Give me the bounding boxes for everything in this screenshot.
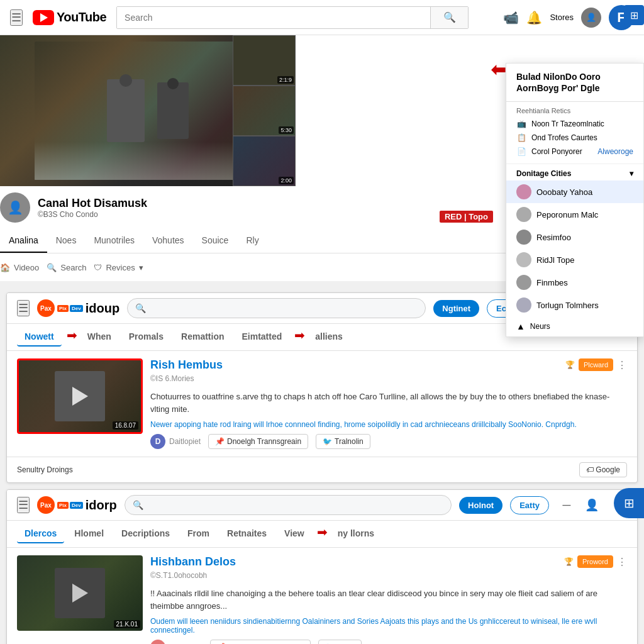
thumb-time-2: 5:30 (279, 126, 294, 134)
tab-souice[interactable]: Souice (193, 229, 238, 253)
reddit-hamburger-2[interactable]: ☰ (17, 497, 30, 513)
red-arrow-2: ➡ (317, 525, 328, 543)
subnav2-hlomel[interactable]: Hlomel (67, 525, 111, 543)
menu-icon[interactable]: ☰ (10, 9, 23, 26)
rec-text-2: Ond Trofes Caurtes (531, 133, 597, 142)
subnav-nowett[interactable]: Nowett (17, 328, 62, 347)
reddit-search-input-1[interactable] (150, 304, 418, 313)
footer-btn-1[interactable]: 🏷 Google (579, 462, 627, 477)
minimize-icon-2[interactable]: ─ (557, 495, 577, 515)
reddit-btn2-2[interactable]: Eatty (510, 496, 549, 514)
toolbar-reviews[interactable]: 🛡 Revices ▾ (94, 263, 143, 272)
reddit-panel1-footer: Senultry Droings 🏷 Google (7, 457, 637, 482)
reddit-logo-1: Pax Pix Dev idoup (37, 299, 119, 317)
blue-circle-button[interactable]: ⊞ (614, 488, 644, 518)
user-item-6[interactable]: Torlugn Tolmhers (506, 294, 643, 316)
tab-munotriles[interactable]: Munotriles (85, 229, 143, 253)
toolbar-videos[interactable]: 🏠 Videoo (0, 263, 39, 272)
youtube-logo[interactable]: YouTube (33, 10, 106, 25)
subnav-when[interactable]: When (80, 328, 119, 347)
blue-btn-icon: ⊞ (624, 496, 635, 511)
thumb-2[interactable]: 5:30 (233, 86, 296, 136)
award-btn-2[interactable]: Proword (577, 555, 613, 568)
subnav-promals[interactable]: Promals (121, 328, 171, 347)
reddit-logo-2: Pax Pix Dev idorp (37, 496, 117, 514)
share-btn2-1[interactable]: 🐦 Tralnolin (316, 434, 370, 449)
dropdown-rec-2[interactable]: 📋 Ond Trofes Caurtes (516, 131, 633, 145)
thumb-1[interactable]: 2:1:9 (233, 35, 296, 86)
reddit-search-2: 🔍 (125, 495, 452, 515)
channel-hero: 8SK.Y.S9T 2:1:9 5:30 2:00 (0, 35, 296, 186)
post-body-2: !! Aaacinals rlldil line chanoiging a th… (150, 587, 627, 612)
dropdown-rec-1[interactable]: 📺 Noon Tr Tazeomlnatic (516, 117, 633, 131)
share-btn2-2[interactable]: 🐦 Colto (318, 640, 362, 644)
post-author-2: D Doerobae (150, 640, 203, 644)
dev-badge-1: Dev (70, 305, 83, 312)
post-title-2[interactable]: Hishbann Delos (150, 555, 236, 569)
user-item-1[interactable]: Ooobaty Yahoa (506, 180, 643, 203)
thumb-time-3: 2:00 (279, 177, 294, 184)
notification-icon[interactable]: 🔔 (526, 10, 542, 25)
tab-noes[interactable]: Noes (47, 229, 86, 253)
subnav2-dlercos[interactable]: Dlercos (17, 525, 64, 543)
chevron-down-icon: ▾ (139, 263, 143, 272)
post-link-1[interactable]: Newer apoping hate rod lraing will lrhoe… (150, 420, 627, 429)
reddit-btn1-2[interactable]: Holnot (459, 497, 502, 514)
subnav-eimtatted[interactable]: Eimtatted (234, 328, 289, 347)
thumb-3[interactable]: 2:00 (233, 136, 296, 186)
youtube-search-button[interactable]: 🔍 (430, 7, 468, 28)
share-btn1-1[interactable]: 📌 Dnoelgh Trannsgreain (208, 434, 308, 449)
user-item-2[interactable]: Peporonum Malc (506, 203, 643, 226)
reddit-post-1: 16.8.07 Rish Hembus ©IS 6.Mories 🏆 Plcwa… (7, 351, 637, 457)
youtube-search-input[interactable] (117, 7, 430, 28)
award-btn-1[interactable]: Plcward (579, 358, 613, 371)
toolbar-videos-label: Videoo (14, 263, 39, 272)
reddit-btn1-1[interactable]: Ngtinet (433, 300, 479, 317)
user-avatar[interactable]: 👤 (581, 8, 601, 28)
tab-vohutes[interactable]: Vohutes (143, 229, 193, 253)
dropdown-rec-3[interactable]: 📄 Corol Ponyorer Alweoroge (516, 145, 633, 158)
subnav2-from[interactable]: From (180, 525, 217, 543)
award-icon-2: 🏆 (564, 557, 574, 566)
channel-avatar: 👤 (0, 192, 30, 223)
user-dot-4 (516, 252, 531, 267)
reddit-hamburger-1[interactable]: ☰ (17, 300, 30, 316)
post-more-2[interactable]: ⋮ (617, 556, 627, 568)
post-actions-1: D Daitlopiet 📌 Dnoelgh Trannsgreain 🐦 Tr… (150, 434, 627, 449)
tab-analina[interactable]: Analina (0, 229, 47, 253)
user-icon-2[interactable]: 👤 (582, 495, 602, 515)
list-icon: 📋 (516, 133, 526, 142)
pix-badge-1: Pix (57, 305, 69, 312)
post-thumbnail-1: 16.8.07 (17, 358, 143, 434)
user-dot-3 (516, 230, 531, 245)
alweoroge-link[interactable]: Alweoroge (597, 147, 633, 156)
user-item-4[interactable]: RidJl Tope (506, 248, 643, 271)
tab-rly[interactable]: Rly (237, 229, 267, 253)
video-camera-icon[interactable]: 📹 (503, 10, 519, 25)
tv-icon: 📺 (516, 119, 526, 128)
subnav2-retnaites[interactable]: Retnaites (219, 525, 274, 543)
toolbar-search[interactable]: 🔍 Search (47, 263, 86, 272)
post-content-1: Rish Hembus ©IS 6.Mories 🏆 Plcward ⋮ Cho… (150, 358, 627, 449)
post-more-1[interactable]: ⋮ (617, 359, 627, 371)
user-dot-5 (516, 275, 531, 290)
subnav2-view[interactable]: View (277, 525, 312, 543)
user-item-3[interactable]: Resimfoo (506, 226, 643, 248)
author-name-1: Daitlopiet (169, 437, 201, 446)
author-avatar-2: D (150, 640, 165, 644)
post-thumb-time-1: 16.8.07 (113, 421, 138, 430)
subnav2-decriptions[interactable]: Decriptions (114, 525, 177, 543)
post-link-2[interactable]: Oudem will leeen neniidurs sindienabitie… (150, 617, 627, 635)
user-item-5[interactable]: Finmbes (506, 271, 643, 294)
subnav2-nyllorns[interactable]: ny llorns (330, 525, 382, 543)
reddit-search-input-2[interactable] (147, 501, 443, 510)
subnav-remattion[interactable]: Remattion (174, 328, 231, 347)
share-btn1-2[interactable]: 📌 Canegh/Yannosgrorch (210, 640, 311, 644)
post-title-1[interactable]: Rish Hembus (150, 358, 223, 372)
share-icon-1a: 📌 (215, 437, 225, 446)
dropdown-news[interactable]: ▲ Neurs (506, 316, 643, 336)
subnav-alliens[interactable]: alliens (308, 328, 350, 347)
award-label-1: 🏆 (565, 360, 575, 369)
footer-text-1: Senultry Droings (17, 465, 73, 474)
reddit-panels-container: ☰ Pax Pix Dev idoup 🔍 Ngtinet Ecor ─ 👤 (0, 292, 644, 644)
